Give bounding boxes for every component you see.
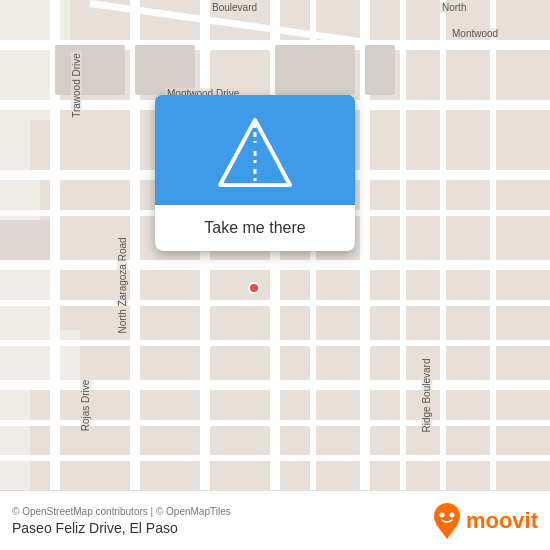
attribution-text: © OpenStreetMap contributors | © OpenMap… xyxy=(12,506,231,517)
moovit-logo-text: moovit xyxy=(466,508,538,534)
popup-icon-area xyxy=(155,95,355,205)
svg-point-4 xyxy=(439,512,444,517)
street-label-zaragoza: North Zaragoza Road xyxy=(117,235,128,335)
street-label-rojas: Rojas Drive xyxy=(80,378,91,434)
road-icon xyxy=(210,105,300,195)
bottom-bar: © OpenStreetMap contributors | © OpenMap… xyxy=(0,490,550,550)
moovit-pin-icon xyxy=(432,503,462,539)
map-pin xyxy=(248,282,260,294)
street-label-north: North xyxy=(440,2,468,13)
street-label-ridge: Ridge Boulevard xyxy=(421,357,432,435)
street-label-boulevard: Boulevard xyxy=(210,2,259,13)
street-label-trawood: Trawood Drive xyxy=(71,51,82,120)
bottom-left-info: © OpenStreetMap contributors | © OpenMap… xyxy=(12,506,231,536)
street-label-montwood: Montwood xyxy=(450,28,500,39)
map-background: Trawood Drive North Zaragoza Road Rojas … xyxy=(0,0,550,490)
moovit-logo: moovit xyxy=(432,503,538,539)
take-me-there-button[interactable]: Take me there xyxy=(155,205,355,251)
location-name: Paseo Feliz Drive, El Paso xyxy=(12,520,231,536)
svg-point-5 xyxy=(449,512,454,517)
popup-card: Take me there xyxy=(155,95,355,251)
